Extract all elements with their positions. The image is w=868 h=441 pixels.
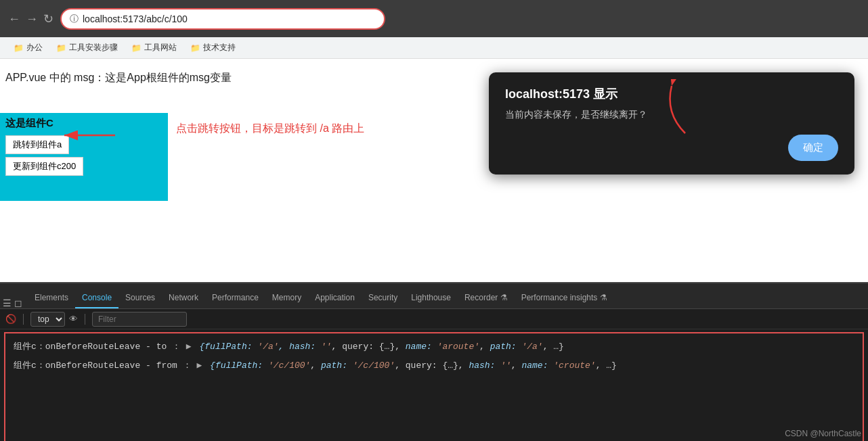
tab-memory[interactable]: Memory	[265, 289, 308, 308]
bookmark-tech-support[interactable]: 📁 技术支持	[185, 40, 241, 55]
watermark: CSDN @NorthCastle	[785, 429, 861, 438]
devtools-panel: ☰ ◻ Elements Console Sources Network Per…	[0, 282, 868, 441]
url-text: localhost:5173/abc/c/100	[83, 14, 188, 24]
lock-icon: ⓘ	[70, 13, 79, 25]
bookmarks-bar: 📁 办公 📁 工具安装步骤 📁 工具网站 📁 技术支持	[0, 37, 868, 59]
bookmark-office[interactable]: 📁 办公	[8, 40, 48, 55]
nav-buttons: ← → ↻	[8, 13, 53, 25]
filter-input[interactable]	[92, 312, 187, 327]
eye-icon[interactable]: 👁	[69, 314, 78, 324]
folder-icon-tool-site: 📁	[131, 43, 142, 53]
folder-icon-office: 📁	[14, 43, 24, 53]
refresh-button[interactable]: ↻	[43, 13, 53, 25]
devtools-menu-icon[interactable]: ☰	[3, 298, 12, 308]
browser-chrome: ← → ↻ ⓘ localhost:5173/abc/c/100	[0, 0, 868, 37]
devtools-select-icon[interactable]: ◻	[14, 298, 22, 308]
popup-confirm-button[interactable]: 确定	[788, 135, 838, 161]
devtools-tabs: ☰ ◻ Elements Console Sources Network Per…	[0, 283, 868, 309]
tab-elements[interactable]: Elements	[28, 289, 75, 308]
forward-button[interactable]: →	[26, 13, 38, 25]
back-button[interactable]: ←	[8, 13, 20, 25]
bookmark-tools-install[interactable]: 📁 工具安装步骤	[51, 40, 123, 55]
context-selector[interactable]: top	[30, 312, 65, 327]
jump-annotation: 点击跳转按钮，目标是跳转到 /a 路由上	[176, 122, 364, 136]
folder-icon-tech-support: 📁	[190, 43, 200, 53]
console-line-2: 组件c：onBeforeRouteLeave - from ： ▶ {fullP…	[5, 356, 863, 375]
toolbar-separator-2	[85, 314, 85, 325]
tab-perf-insights[interactable]: Performance insights ⚗	[515, 289, 614, 308]
tab-application[interactable]: Application	[308, 289, 362, 308]
jump-arrow	[54, 125, 122, 145]
tab-recorder[interactable]: Recorder ⚗	[458, 289, 515, 308]
tab-network[interactable]: Network	[162, 289, 205, 308]
tab-performance[interactable]: Performance	[205, 289, 265, 308]
tab-lighthouse[interactable]: Lighthouse	[404, 289, 458, 308]
console-line-1: 组件c：onBeforeRouteLeave - to ： ▶ {fullPat…	[5, 338, 863, 356]
toolbar-separator	[23, 314, 24, 325]
page-content: APP.vue 中的 msg：这是App根组件的msg变量 这是组件C 跳转到组…	[0, 59, 868, 282]
update-to-c200-button[interactable]: 更新到组件c200	[5, 157, 83, 176]
tab-console[interactable]: Console	[75, 289, 118, 308]
popup-arrow	[645, 79, 699, 147]
devtools-toolbar: 🚫 top 👁	[0, 309, 868, 329]
bookmark-tool-site[interactable]: 📁 工具网站	[126, 40, 182, 55]
tab-security[interactable]: Security	[362, 289, 404, 308]
console-output: 组件c：onBeforeRouteLeave - to ： ▶ {fullPat…	[4, 332, 864, 441]
app-message: APP.vue 中的 msg：这是App根组件的msg变量	[5, 71, 232, 85]
folder-icon-tools-install: 📁	[56, 43, 66, 53]
url-bar[interactable]: ⓘ localhost:5173/abc/c/100	[60, 8, 385, 30]
tab-sources[interactable]: Sources	[118, 289, 162, 308]
clear-console-icon[interactable]: 🚫	[5, 314, 16, 324]
